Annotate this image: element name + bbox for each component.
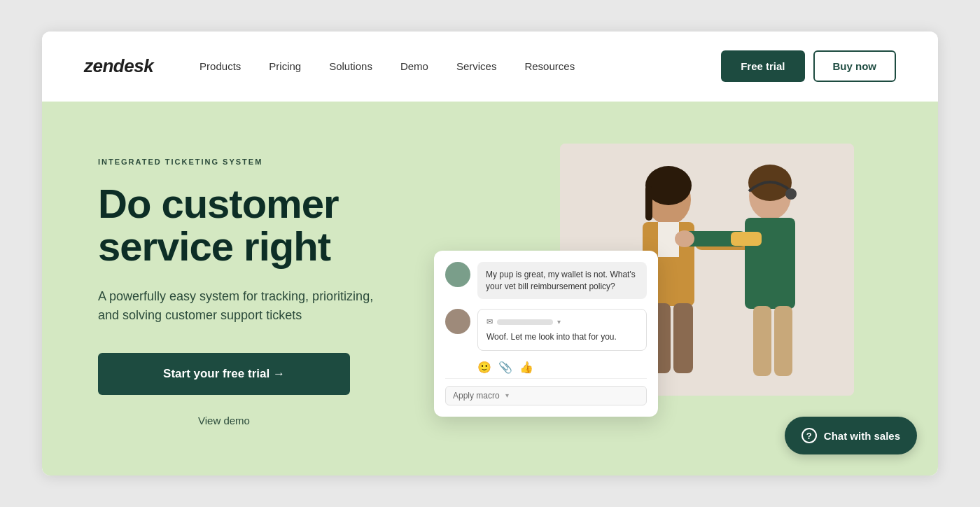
chat-avatar-2 (445, 309, 470, 334)
nav-item-pricing[interactable]: Pricing (258, 55, 312, 78)
nav-item-solutions[interactable]: Solutions (318, 55, 384, 78)
logo[interactable]: zendesk (84, 55, 153, 77)
hero-eyebrow: INTEGRATED TICKETING SYSTEM (98, 158, 448, 166)
nav-links: Products Pricing Solutions Demo Services… (188, 55, 721, 78)
hero-section: INTEGRATED TICKETING SYSTEM Do customer … (42, 102, 938, 476)
hero-subtitle: A powerfully easy system for tracking, p… (98, 287, 392, 325)
view-demo-link[interactable]: View demo (98, 415, 350, 426)
email-icon: ✉ (486, 317, 493, 327)
hero-title: Do customer service right (98, 183, 448, 268)
chat-with-sales-button[interactable]: ? Chat with sales (785, 417, 917, 454)
chat-message-1: My pup is great, my wallet is not. What'… (445, 262, 647, 300)
macro-chevron-icon: ▾ (505, 391, 509, 399)
reply-label-bar (497, 319, 553, 325)
hero-right: My pup is great, my wallet is not. What'… (490, 144, 882, 396)
chat-bubble-1: My pup is great, my wallet is not. What'… (477, 262, 647, 300)
start-trial-button[interactable]: Start your free trial → (98, 353, 350, 395)
hero-left: INTEGRATED TICKETING SYSTEM Do customer … (98, 144, 448, 427)
svg-rect-3 (645, 186, 652, 221)
buy-now-button[interactable]: Buy now (813, 50, 897, 82)
emoji-icon[interactable]: 🙂 (477, 361, 491, 374)
attach-icon[interactable]: 📎 (498, 361, 512, 374)
chat-avatar-1 (445, 262, 470, 287)
nav-item-resources[interactable]: Resources (513, 55, 586, 78)
nav-item-services[interactable]: Services (445, 55, 508, 78)
chat-bubble-2: ✉ ▾ Woof. Let me look into that for you. (477, 309, 647, 350)
chevron-down-icon: ▾ (557, 317, 561, 327)
svg-rect-18 (774, 306, 792, 376)
chat-footer: Apply macro ▾ (445, 378, 647, 405)
page-wrapper: zendesk Products Pricing Solutions Demo … (42, 32, 938, 476)
nav-item-demo[interactable]: Demo (389, 55, 440, 78)
free-trial-button[interactable]: Free trial (721, 50, 804, 82)
nav-item-products[interactable]: Products (188, 55, 252, 78)
chat-widget: My pup is great, my wallet is not. What'… (434, 251, 658, 417)
chat-message-2: ✉ ▾ Woof. Let me look into that for you. (445, 309, 647, 350)
nav-actions: Free trial Buy now (721, 50, 896, 82)
chat-action-icons: 🙂 📎 👍 (445, 361, 647, 374)
svg-rect-17 (753, 306, 771, 376)
chat-sales-label: Chat with sales (824, 430, 900, 442)
svg-point-12 (785, 188, 797, 200)
help-circle-icon: ? (802, 428, 817, 443)
navbar: zendesk Products Pricing Solutions Demo … (42, 32, 938, 102)
svg-rect-16 (731, 232, 762, 246)
chat-reply-header: ✉ ▾ (486, 317, 638, 327)
apply-macro-dropdown[interactable]: Apply macro ▾ (445, 386, 647, 405)
svg-point-15 (675, 230, 694, 247)
svg-rect-13 (745, 218, 795, 309)
thumbsup-icon[interactable]: 👍 (519, 361, 533, 374)
svg-rect-9 (673, 303, 693, 373)
